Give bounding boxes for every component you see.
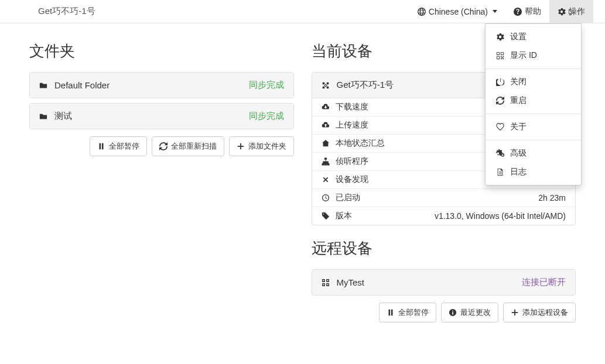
folders-column: 文件夹 Default Folder 同步完成 测试 同步完成 <box>29 41 294 322</box>
folder-heading[interactable]: 测试 同步完成 <box>30 104 293 129</box>
recent-changes-button[interactable]: 最近更改 <box>441 303 498 322</box>
remote-device-status: 连接已断开 <box>522 277 566 288</box>
pause-all-devices-button[interactable]: 全部暂停 <box>379 303 436 322</box>
recent-changes-label: 最近更改 <box>460 307 491 318</box>
menu-settings[interactable]: 设置 <box>486 28 581 46</box>
folder-status: 同步完成 <box>249 111 284 122</box>
this-device-name: Get巧不巧-1号 <box>337 80 394 91</box>
plus-icon <box>237 142 245 150</box>
folder-status: 同步完成 <box>249 80 284 91</box>
folders-title: 文件夹 <box>29 41 294 61</box>
add-remote-device-button[interactable]: 添加远程设备 <box>503 303 576 322</box>
uptime-value: 2h 23m <box>538 193 566 202</box>
menu-shutdown-label: 关闭 <box>510 77 527 87</box>
folders-buttons: 全部暂停 全部重新扫描 添加文件夹 <box>29 136 294 156</box>
stat-uptime: 已启动 2h 23m <box>312 189 576 207</box>
rescan-all-button[interactable]: 全部重新扫描 <box>152 136 224 156</box>
menu-restart[interactable]: 重启 <box>486 91 581 110</box>
pause-all-button[interactable]: 全部暂停 <box>90 136 147 156</box>
heart-icon <box>496 123 504 131</box>
language-label: Chinese (China) <box>429 7 488 16</box>
remote-devices-buttons: 全部暂停 最近更改 添加远程设备 <box>312 303 576 322</box>
navbar: Get巧不巧-1号 Chinese (China) 帮助 操作 <box>0 0 605 23</box>
menu-shutdown[interactable]: 关闭 <box>486 73 581 91</box>
actions-label: 操作 <box>569 6 585 17</box>
menu-divider <box>486 114 581 114</box>
tag-icon <box>322 212 330 220</box>
cogs-icon <box>496 149 504 157</box>
home-icon <box>322 139 330 147</box>
remote-device-heading[interactable]: MyTest 连接已断开 <box>312 270 576 295</box>
globe-icon <box>418 8 426 16</box>
stat-version: 版本 v1.13.0, Windows (64-bit Intel/AMD) <box>312 207 576 225</box>
folder-icon <box>39 81 47 90</box>
refresh-icon <box>159 142 168 150</box>
power-icon <box>496 78 504 86</box>
folder-name: 测试 <box>54 111 72 122</box>
gear-icon <box>558 8 566 16</box>
folder-icon <box>39 112 47 121</box>
caret-down-icon <box>493 10 497 13</box>
menu-divider <box>486 140 581 140</box>
menu-about-label: 关于 <box>510 122 527 132</box>
folder-name: Default Folder <box>54 80 110 90</box>
clock-icon <box>322 194 330 202</box>
device-disconnected-icon <box>322 279 330 287</box>
menu-advanced-label: 高级 <box>510 148 527 159</box>
device-icon <box>322 81 330 90</box>
remote-device-panel: MyTest 连接已断开 <box>312 269 576 296</box>
menu-restart-label: 重启 <box>510 95 527 106</box>
menu-advanced[interactable]: 高级 <box>486 144 581 163</box>
plus-icon <box>511 308 519 317</box>
actions-dropdown-toggle[interactable]: 操作 <box>549 0 593 23</box>
menu-logs-label: 日志 <box>510 167 527 177</box>
add-remote-device-label: 添加远程设备 <box>522 307 568 318</box>
question-icon <box>514 8 522 16</box>
signal-icon <box>322 176 330 184</box>
remote-device-name: MyTest <box>337 277 365 287</box>
sitemap-icon <box>322 157 330 166</box>
pause-icon <box>387 308 395 317</box>
version-value: v1.13.0, Windows (64-bit Intel/AMD) <box>435 211 566 221</box>
help-label: 帮助 <box>525 6 541 17</box>
pause-all-label: 全部暂停 <box>109 141 139 152</box>
info-icon <box>449 308 457 317</box>
menu-about[interactable]: 关于 <box>486 118 581 136</box>
pause-icon <box>97 142 105 150</box>
menu-show-id-label: 显示 ID <box>510 50 537 61</box>
menu-divider <box>486 68 581 69</box>
folder-heading[interactable]: Default Folder 同步完成 <box>30 73 293 98</box>
qrcode-icon <box>496 51 504 60</box>
language-selector[interactable]: Chinese (China) <box>409 0 505 23</box>
cloud-upload-icon <box>322 121 330 129</box>
add-folder-label: 添加文件夹 <box>248 141 286 152</box>
navbar-brand: Get巧不巧-1号 <box>38 6 95 17</box>
folder-panel: Default Folder 同步完成 <box>29 72 294 98</box>
navbar-right: Chinese (China) 帮助 操作 <box>409 0 593 23</box>
actions-dropdown-menu: 设置 显示 ID 关闭 重启 关于 高级 日志 <box>485 23 582 186</box>
help-link[interactable]: 帮助 <box>505 0 549 23</box>
file-text-icon <box>496 168 504 176</box>
menu-show-id[interactable]: 显示 ID <box>486 46 581 65</box>
folder-panel: 测试 同步完成 <box>29 103 294 129</box>
add-folder-button[interactable]: 添加文件夹 <box>229 136 294 156</box>
remote-devices-title: 远程设备 <box>312 238 576 259</box>
menu-settings-label: 设置 <box>510 32 527 42</box>
pause-all-devices-label: 全部暂停 <box>398 307 429 318</box>
cloud-download-icon <box>322 103 330 111</box>
gear-icon <box>496 33 504 41</box>
menu-logs[interactable]: 日志 <box>486 163 581 181</box>
refresh-icon <box>496 97 504 105</box>
rescan-all-label: 全部重新扫描 <box>171 141 217 152</box>
